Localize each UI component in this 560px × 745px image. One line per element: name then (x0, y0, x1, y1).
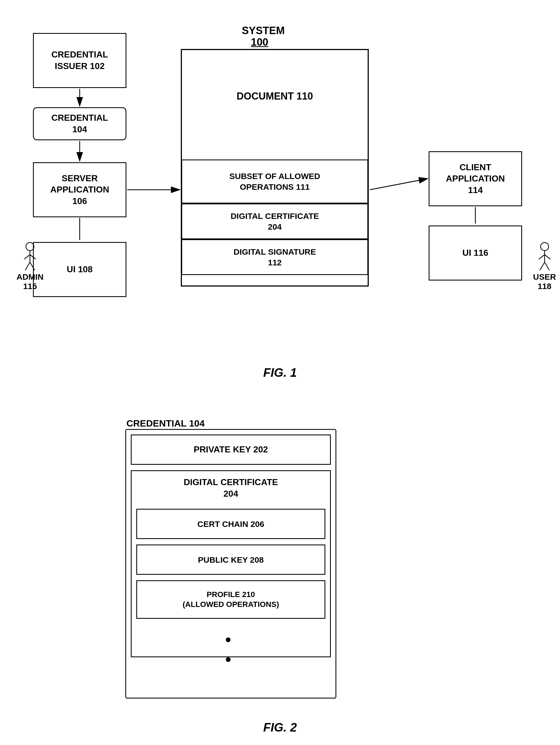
cert-chain-label: CERT CHAIN 206 (197, 519, 264, 529)
svg-line-5 (30, 262, 35, 270)
server-app-box: SERVERAPPLICATION106 (33, 162, 127, 217)
svg-line-2 (24, 255, 30, 259)
profile-box: PROFILE 210(ALLOWED OPERATIONS) (136, 580, 325, 619)
dig-sig-box: DIGITAL SIGNATURE112 (181, 239, 368, 275)
private-key-box: PRIVATE KEY 202 (131, 434, 331, 465)
subset-ops-box: SUBSET OF ALLOWEDOPERATIONS 111 (181, 160, 368, 203)
dots: •• (225, 630, 231, 669)
fig1-caption: FIG. 1 (16, 366, 544, 380)
client-app-label: CLIENTAPPLICATION114 (446, 162, 505, 196)
user-person-icon (535, 242, 554, 272)
dig-cert-outer-label: DIGITAL CERTIFICATE204 (183, 477, 278, 499)
document-area: DOCUMENT 110 (187, 61, 363, 132)
admin-figure: ADMIN 115 (16, 242, 43, 291)
system-number: 100 (251, 36, 268, 48)
svg-line-4 (25, 262, 30, 270)
svg-point-6 (540, 242, 549, 251)
cert-chain-box: CERT CHAIN 206 (136, 509, 325, 539)
admin-label: ADMIN (16, 272, 43, 282)
credential-104-label: CREDENTIAL104 (51, 112, 108, 135)
credential-issuer-label: CREDENTIALISSUER 102 (51, 49, 108, 72)
svg-point-0 (26, 242, 34, 251)
server-app-label: SERVERAPPLICATION106 (50, 173, 109, 207)
ui-116-box: UI 116 (429, 226, 522, 281)
fig1: SYSTEM 100 CREDENTIALISSUER 102 CREDENTI… (16, 17, 544, 374)
svg-line-16 (370, 179, 427, 190)
credential-issuer-box: CREDENTIALISSUER 102 (33, 33, 127, 88)
user-label: USER (533, 272, 556, 282)
svg-line-3 (30, 255, 36, 259)
system-label: SYSTEM (242, 25, 285, 37)
ui-116-label: UI 116 (462, 247, 488, 259)
private-key-label: PRIVATE KEY 202 (194, 444, 268, 455)
admin-number: 115 (23, 282, 37, 291)
dig-sig-label: DIGITAL SIGNATURE112 (234, 247, 316, 268)
fig2-caption: FIG. 2 (16, 720, 544, 734)
ui-108-label: UI 108 (67, 264, 93, 275)
subset-ops-label: SUBSET OF ALLOWEDOPERATIONS 111 (230, 171, 320, 192)
svg-line-9 (545, 255, 550, 259)
ui-108-box: UI 108 (33, 242, 127, 297)
fig2: CREDENTIAL 104 PRIVATE KEY 202 DIGITAL C… (16, 407, 544, 737)
credential-104-box: CREDENTIAL104 (33, 107, 127, 140)
svg-line-8 (539, 255, 545, 259)
svg-line-11 (545, 262, 549, 270)
profile-label: PROFILE 210(ALLOWED OPERATIONS) (182, 590, 279, 610)
document-label: DOCUMENT 110 (237, 91, 313, 102)
dig-cert-fig1-label: DIGITAL CERTIFICATE204 (231, 210, 319, 232)
user-number: 118 (538, 282, 552, 291)
admin-person-icon (20, 242, 40, 272)
public-key-label: PUBLIC KEY 208 (198, 554, 264, 565)
client-app-box: CLIENTAPPLICATION114 (429, 151, 522, 206)
public-key-box: PUBLIC KEY 208 (136, 545, 325, 575)
svg-line-10 (540, 262, 544, 270)
user-figure: USER 118 (533, 242, 556, 291)
diagram-container: SYSTEM 100 CREDENTIALISSUER 102 CREDENTI… (0, 0, 560, 745)
dig-cert-fig1-box: DIGITAL CERTIFICATE204 (181, 203, 368, 239)
credential-label-fig2: CREDENTIAL 104 (127, 418, 205, 429)
